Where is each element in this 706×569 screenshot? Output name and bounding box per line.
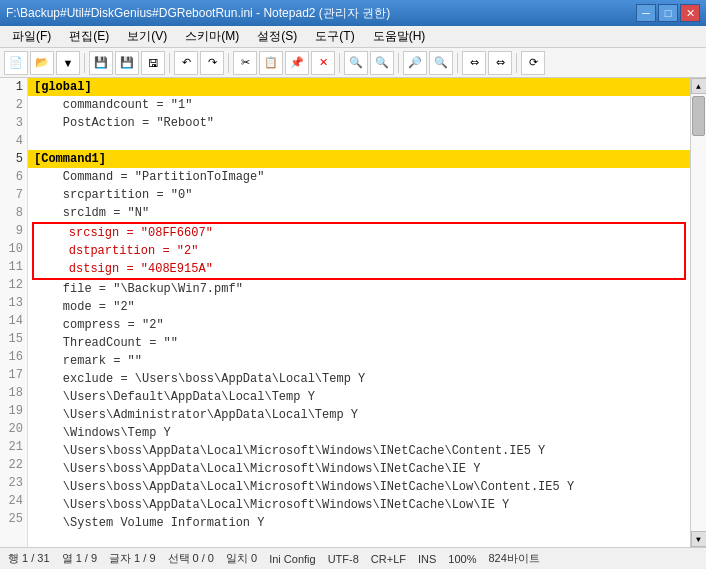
tb-save[interactable]: 💾 — [89, 51, 113, 75]
code-line-8: srcldm = "N" — [28, 204, 690, 222]
scroll-down-arrow[interactable]: ▼ — [691, 531, 707, 547]
window-controls: ─ □ ✕ — [636, 4, 700, 22]
scroll-track[interactable] — [691, 94, 706, 531]
status-char: 글자 1 / 9 — [109, 551, 155, 566]
code-line-20: \Windows\Temp Y — [28, 424, 690, 442]
line-num-15: 15 — [4, 330, 23, 348]
tb-paste[interactable]: 📌 — [285, 51, 309, 75]
code-line-16: remark = "" — [28, 352, 690, 370]
line-num-19: 19 — [4, 402, 23, 420]
line-num-23: 23 — [4, 474, 23, 492]
line-num-20: 20 — [4, 420, 23, 438]
code-line-23: \Users\boss\AppData\Local\Microsoft\Wind… — [28, 478, 690, 496]
status-match: 일치 0 — [226, 551, 257, 566]
tb-redo[interactable]: ↷ — [200, 51, 224, 75]
menu-edit[interactable]: 편집(E) — [61, 26, 117, 47]
code-editor[interactable]: [global] commandcount = "1" PostAction =… — [28, 78, 690, 547]
code-line-3: PostAction = "Reboot" — [28, 114, 690, 132]
scroll-up-arrow[interactable]: ▲ — [691, 78, 707, 94]
maximize-button[interactable]: □ — [658, 4, 678, 22]
status-lineending: CR+LF — [371, 553, 406, 565]
line-num-22: 22 — [4, 456, 23, 474]
code-line-15: ThreadCount = "" — [28, 334, 690, 352]
code-line-9: srcsign = "08FF6607" — [34, 224, 684, 242]
tb-open[interactable]: 📂 — [30, 51, 54, 75]
red-border-box: srcsign = "08FF6607" dstpartition = "2" … — [32, 222, 686, 280]
minimize-button[interactable]: ─ — [636, 4, 656, 22]
code-line-1: [global] — [28, 78, 690, 96]
menu-view[interactable]: 보기(V) — [119, 26, 175, 47]
scroll-thumb[interactable] — [692, 96, 705, 136]
menu-bar: 파일(F) 편집(E) 보기(V) 스키마(M) 설정(S) 도구(T) 도움말… — [0, 26, 706, 48]
toolbar-sep5 — [398, 53, 399, 73]
line-num-16: 16 — [4, 348, 23, 366]
code-line-2: commandcount = "1" — [28, 96, 690, 114]
toolbar: 📄 📂 ▼ 💾 💾 🖫 ↶ ↷ ✂ 📋 📌 ✕ 🔍 🔍 🔎 🔍 ⇔ ⇔ ⟳ — [0, 48, 706, 78]
status-mode: INS — [418, 553, 436, 565]
status-line: 행 1 / 31 — [8, 551, 50, 566]
line-num-17: 17 — [4, 366, 23, 384]
tb-settings[interactable]: ⟳ — [521, 51, 545, 75]
code-line-11: dstsign = "408E915A" — [34, 260, 684, 278]
code-line-5: [Command1] — [28, 150, 690, 168]
tb-wrap2[interactable]: ⇔ — [488, 51, 512, 75]
menu-tools[interactable]: 도구(T) — [307, 26, 362, 47]
toolbar-sep3 — [228, 53, 229, 73]
code-line-18: \Users\Default\AppData\Local\Temp Y — [28, 388, 690, 406]
line-num-6: 6 — [4, 168, 23, 186]
tb-delete[interactable]: ✕ — [311, 51, 335, 75]
tb-find[interactable]: 🔍 — [344, 51, 368, 75]
tb-cut[interactable]: ✂ — [233, 51, 257, 75]
menu-schema[interactable]: 스키마(M) — [177, 26, 247, 47]
line-num-9: 9 — [4, 222, 23, 240]
code-line-4 — [28, 132, 690, 150]
code-line-17: exclude = \Users\boss\AppData\Local\Temp… — [28, 370, 690, 388]
title-bar: F:\Backup#Util#DiskGenius#DGRebootRun.in… — [0, 0, 706, 26]
code-line-10: dstpartition = "2" — [34, 242, 684, 260]
close-button[interactable]: ✕ — [680, 4, 700, 22]
editor-area: 1 2 3 4 5 6 7 8 9 10 11 12 13 14 15 16 1… — [0, 78, 706, 547]
tb-zoom-out[interactable]: 🔍 — [429, 51, 453, 75]
tb-find2[interactable]: 🔍 — [370, 51, 394, 75]
code-line-13: mode = "2" — [28, 298, 690, 316]
code-line-6: Command = "PartitionToImage" — [28, 168, 690, 186]
tb-copy[interactable]: 📋 — [259, 51, 283, 75]
line-num-8: 8 — [4, 204, 23, 222]
scrollbar-vertical[interactable]: ▲ ▼ — [690, 78, 706, 547]
line-num-2: 2 — [4, 96, 23, 114]
code-line-19: \Users\Administrator\AppData\Local\Temp … — [28, 406, 690, 424]
line-num-10: 10 — [4, 240, 23, 258]
tb-save3[interactable]: 🖫 — [141, 51, 165, 75]
menu-help[interactable]: 도움말(H) — [365, 26, 434, 47]
code-line-7: srcpartition = "0" — [28, 186, 690, 204]
menu-file[interactable]: 파일(F) — [4, 26, 59, 47]
line-num-25: 25 — [4, 510, 23, 528]
code-line-14: compress = "2" — [28, 316, 690, 334]
status-zoom: 100% — [448, 553, 476, 565]
tb-new[interactable]: 📄 — [4, 51, 28, 75]
tb-save2[interactable]: 💾 — [115, 51, 139, 75]
line-num-13: 13 — [4, 294, 23, 312]
line-num-1: 1 — [4, 78, 23, 96]
status-bar: 행 1 / 31 열 1 / 9 글자 1 / 9 선택 0 / 0 일치 0 … — [0, 547, 706, 569]
line-num-14: 14 — [4, 312, 23, 330]
line-num-5: 5 — [4, 150, 23, 168]
tb-wrap[interactable]: ⇔ — [462, 51, 486, 75]
line-numbers: 1 2 3 4 5 6 7 8 9 10 11 12 13 14 15 16 1… — [0, 78, 28, 547]
title-text: F:\Backup#Util#DiskGenius#DGRebootRun.in… — [6, 5, 390, 22]
line-num-11: 11 — [4, 258, 23, 276]
line-num-4: 4 — [4, 132, 23, 150]
code-line-12: file = "\Backup\Win7.pmf" — [28, 280, 690, 298]
menu-settings[interactable]: 설정(S) — [249, 26, 305, 47]
toolbar-sep2 — [169, 53, 170, 73]
code-line-21: \Users\boss\AppData\Local\Microsoft\Wind… — [28, 442, 690, 460]
line-num-12: 12 — [4, 276, 23, 294]
status-size: 824바이트 — [488, 551, 539, 566]
code-line-25: \System Volume Information Y — [28, 514, 690, 532]
tb-zoom-in[interactable]: 🔎 — [403, 51, 427, 75]
status-encoding: UTF-8 — [328, 553, 359, 565]
tb-undo[interactable]: ↶ — [174, 51, 198, 75]
tb-open2[interactable]: ▼ — [56, 51, 80, 75]
line-num-21: 21 — [4, 438, 23, 456]
code-line-24: \Users\boss\AppData\Local\Microsoft\Wind… — [28, 496, 690, 514]
